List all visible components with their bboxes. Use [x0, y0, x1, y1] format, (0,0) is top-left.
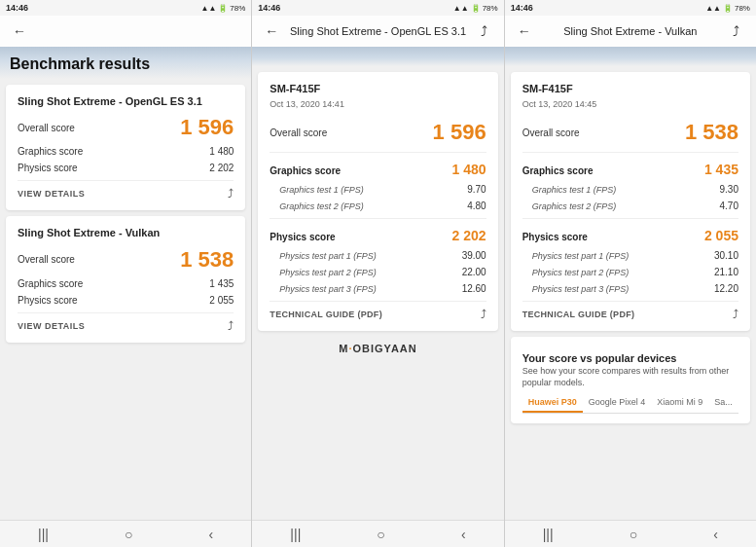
device-tabs: Huawei P30Google Pixel 4Xiaomi Mi 9Sa...	[522, 393, 738, 414]
card-0: Sling Shot Extreme - OpenGL ES 3.1Overal…	[6, 85, 245, 210]
tab-0[interactable]: Huawei P30	[522, 393, 583, 413]
tab-2[interactable]: Xiaomi Mi 9	[651, 393, 708, 413]
content-area: SM-F415FOct 13, 2020 14:45Overall score1…	[505, 66, 756, 520]
recent-apps-button[interactable]: |||	[290, 527, 301, 542]
score-row: Graphics score1 435	[18, 275, 234, 292]
sub-score-row: Physics test part 2 (FPS)21.10	[522, 264, 738, 280]
sub-score-row: Physics test part 3 (FPS)12.20	[522, 280, 738, 297]
sub-score-value: 22.00	[462, 267, 486, 277]
score-row: Graphics score1 480	[18, 143, 234, 160]
card-footer: VIEW DETAILS⤴	[18, 187, 234, 201]
score-row: Overall score1 538	[522, 117, 738, 148]
back-button[interactable]: ←	[10, 23, 29, 39]
back-button[interactable]: ←	[515, 23, 534, 39]
home-button[interactable]: ○	[630, 527, 637, 542]
share-icon[interactable]: ⤴	[228, 187, 234, 201]
nav-title: Sling Shot Extreme - Vulkan	[534, 25, 727, 37]
tab-3[interactable]: Sa...	[708, 393, 738, 413]
home-button[interactable]: ○	[125, 527, 132, 542]
bottom-nav: |||○‹	[0, 520, 251, 547]
bottom-nav: |||○‹	[252, 520, 503, 547]
section-header-row: Graphics score1 435	[522, 157, 738, 181]
score-value: 2 055	[209, 295, 234, 306]
score-label: Overall score	[522, 128, 580, 138]
sub-score-value: 9.30	[720, 184, 738, 195]
sub-score-label: Graphics test 2 (FPS)	[279, 201, 364, 211]
score-row: Physics score2 202	[18, 160, 234, 176]
status-time: 14:46	[258, 3, 280, 13]
section-header-row: Physics score2 055	[522, 223, 738, 247]
status-bar: 14:46 ▲▲ 🔋 78%	[252, 0, 503, 16]
share-nav-button[interactable]: ⤴	[727, 23, 746, 39]
status-bar: 14:46 ▲▲ 🔋 78%	[505, 0, 756, 16]
sub-score-row: Graphics test 1 (FPS)9.30	[522, 181, 738, 198]
card-footer: VIEW DETAILS⤴	[18, 319, 234, 333]
score-label: Physics score	[18, 163, 78, 173]
recent-apps-button[interactable]: |||	[543, 527, 554, 542]
phone-panel-2: 14:46 ▲▲ 🔋 78% ←Sling Shot Extreme - Ope…	[252, 0, 504, 547]
sub-score-label: Physics test part 3 (FPS)	[532, 284, 630, 294]
section-header-row: Physics score2 202	[270, 223, 486, 247]
sub-score-label: Graphics test 1 (FPS)	[279, 185, 364, 195]
share-icon[interactable]: ⤴	[481, 308, 486, 321]
share-nav-button[interactable]: ⤴	[475, 23, 494, 39]
score-value: 2 202	[209, 163, 234, 173]
sub-score-value: 4.70	[720, 201, 738, 211]
share-icon[interactable]: ⤴	[733, 308, 738, 321]
section-title: Graphics score	[522, 165, 594, 176]
score-value: 1 596	[180, 115, 234, 140]
card-title: Sling Shot Extreme - OpenGL ES 3.1	[18, 94, 234, 108]
device-name: SM-F415F	[270, 82, 486, 95]
section-score: 2 055	[704, 228, 738, 243]
battery-text: 78%	[735, 4, 750, 13]
sub-score-label: Physics test part 2 (FPS)	[532, 268, 630, 277]
score-value: 1 435	[209, 278, 234, 289]
sub-score-row: Physics test part 3 (FPS)12.60	[270, 280, 486, 297]
sub-score-value: 4.80	[467, 201, 486, 211]
section-title: Graphics score	[270, 165, 341, 176]
wifi-icon: 🔋	[471, 4, 481, 13]
sub-score-row: Graphics test 1 (FPS)9.70	[270, 181, 486, 198]
sub-score-label: Physics test part 2 (FPS)	[279, 268, 377, 277]
home-button[interactable]: ○	[377, 527, 384, 542]
tab-1[interactable]: Google Pixel 4	[583, 393, 652, 413]
signal-icon: ▲▲	[453, 4, 469, 13]
wifi-icon: 🔋	[218, 4, 228, 13]
battery-text: 78%	[483, 4, 498, 13]
card-title: Sling Shot Extreme - Vulkan	[18, 226, 234, 239]
nav-bar: ←Sling Shot Extreme - OpenGL ES 3.1⤴	[252, 16, 503, 47]
share-icon[interactable]: ⤴	[228, 319, 234, 333]
score-label: Overall score	[18, 123, 75, 133]
sub-score-value: 9.70	[467, 184, 486, 195]
bottom-nav: |||○‹	[505, 520, 756, 547]
score-label: Graphics score	[18, 278, 83, 289]
view-details-button[interactable]: VIEW DETAILS	[18, 189, 85, 199]
tech-guide-link[interactable]: TECHNICAL GUIDE (PDF)	[522, 310, 635, 319]
vs-section-card: Your score vs popular devicesSee how you…	[511, 337, 750, 422]
score-value: 1 596	[433, 120, 486, 145]
device-date: Oct 13, 2020 14:45	[522, 99, 738, 109]
status-time: 14:46	[511, 3, 533, 13]
recent-apps-button[interactable]: |||	[38, 527, 49, 542]
sub-score-value: 12.60	[462, 283, 486, 294]
sub-score-row: Graphics test 2 (FPS)4.70	[522, 198, 738, 214]
score-value: 1 480	[209, 146, 234, 157]
sub-score-label: Graphics test 1 (FPS)	[532, 185, 617, 195]
nav-title: Sling Shot Extreme - OpenGL ES 3.1	[281, 25, 474, 37]
back-button[interactable]: ←	[262, 23, 281, 39]
screen-container: 14:46 ▲▲ 🔋 78% ←Benchmark resultsSling S…	[0, 0, 756, 547]
sub-score-label: Physics test part 1 (FPS)	[532, 251, 630, 261]
sub-score-label: Physics test part 3 (FPS)	[279, 284, 377, 294]
tech-guide-link[interactable]: TECHNICAL GUIDE (PDF)	[270, 310, 382, 319]
score-label: Overall score	[18, 254, 75, 265]
card-1: Sling Shot Extreme - VulkanOverall score…	[6, 216, 245, 342]
view-details-button[interactable]: VIEW DETAILS	[18, 321, 85, 331]
phone-panel-3: 14:46 ▲▲ 🔋 78% ←Sling Shot Extreme - Vul…	[505, 0, 756, 547]
back-button[interactable]: ‹	[461, 527, 466, 542]
score-row: Overall score1 596	[18, 112, 234, 143]
back-button[interactable]: ‹	[209, 527, 214, 542]
score-label: Physics score	[18, 295, 78, 306]
sub-score-label: Graphics test 2 (FPS)	[532, 201, 617, 211]
sub-score-value: 12.20	[714, 283, 738, 294]
back-button[interactable]: ‹	[713, 527, 718, 542]
